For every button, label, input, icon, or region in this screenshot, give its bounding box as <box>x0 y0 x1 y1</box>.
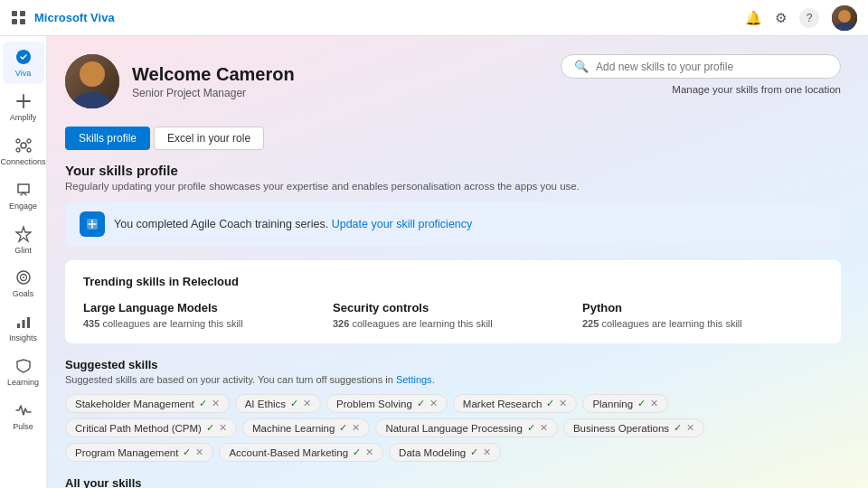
sidebar-item-viva[interactable]: Viva <box>3 42 44 84</box>
skill-tag-cross-3[interactable]: ✕ <box>559 398 567 409</box>
profile-avatar <box>65 54 119 108</box>
sidebar-item-goals[interactable]: Goals <box>3 262 44 305</box>
sidebar-item-amplify[interactable]: Amplify <box>3 86 44 128</box>
suggested-skills-title: Suggested skills <box>65 358 841 371</box>
bell-icon[interactable]: 🔔 <box>745 10 762 26</box>
sidebar-label-learning: Learning <box>7 379 39 388</box>
skill-tag-cross-1[interactable]: ✕ <box>303 398 311 409</box>
app-body: Viva Amplify Connections Engage Glint <box>0 36 868 488</box>
skill-tag-label-8: Business Operations <box>573 423 669 434</box>
skill-tag-cross-5[interactable]: ✕ <box>219 422 227 434</box>
notif-icon <box>80 211 105 237</box>
svg-point-4 <box>21 143 26 148</box>
skill-tag-cross-7[interactable]: ✕ <box>540 422 548 434</box>
sidebar-item-glint[interactable]: Glint <box>3 219 44 261</box>
skill-tag-cross-4[interactable]: ✕ <box>650 398 658 409</box>
skill-tag-11: Data Modeling✓✕ <box>389 443 501 462</box>
suggested-skills-section: Suggested skills Suggested skills are ba… <box>65 358 841 462</box>
sidebar-label-goals: Goals <box>13 290 34 299</box>
trending-card: Trending skills in Relecloud Large Langu… <box>65 260 841 343</box>
skill-tag-cross-0[interactable]: ✕ <box>212 398 220 409</box>
skill-tag-check-2[interactable]: ✓ <box>417 398 425 409</box>
svg-rect-0 <box>12 11 17 16</box>
skill-tag-check-11[interactable]: ✓ <box>470 446 478 458</box>
skill-tag-check-5[interactable]: ✓ <box>206 422 214 434</box>
skill-tag-label-6: Machine Learning <box>252 423 335 434</box>
skill-tag-check-3[interactable]: ✓ <box>546 398 554 409</box>
svg-rect-14 <box>22 320 24 328</box>
skill-tag-4: Planning✓✕ <box>582 394 668 413</box>
skill-tag-check-8[interactable]: ✓ <box>674 422 682 434</box>
skill-tag-check-7[interactable]: ✓ <box>527 422 535 434</box>
skill-tag-check-1[interactable]: ✓ <box>290 398 298 409</box>
notification-banner: You completed Agile Coach training serie… <box>65 202 841 246</box>
user-avatar[interactable] <box>832 5 857 31</box>
sidebar-label-insights: Insights <box>9 334 37 343</box>
trending-skill-0: Large Language Models 435 colleagues are… <box>83 301 324 329</box>
skill-tag-1: AI Ethics✓✕ <box>235 394 321 413</box>
skill-tag-0: Stakeholder Management✓✕ <box>65 394 230 413</box>
grid-icon[interactable] <box>11 10 27 26</box>
skill-tag-cross-8[interactable]: ✕ <box>686 422 694 434</box>
trending-skills-grid: Large Language Models 435 colleagues are… <box>83 301 823 329</box>
svg-point-5 <box>16 139 20 143</box>
skill-tag-check-6[interactable]: ✓ <box>339 422 347 434</box>
skill-tag-check-10[interactable]: ✓ <box>353 446 361 458</box>
skill-tag-8: Business Operations✓✕ <box>563 418 704 437</box>
skill-tag-cross-10[interactable]: ✕ <box>365 446 373 458</box>
skill-tag-cross-6[interactable]: ✕ <box>352 422 360 434</box>
topbar-actions: 🔔 ⚙ ? <box>745 5 857 31</box>
sidebar-item-insights[interactable]: Insights <box>3 306 44 349</box>
skill-tag-check-0[interactable]: ✓ <box>199 398 207 409</box>
trending-skill-name-0: Large Language Models <box>83 301 324 314</box>
skill-search-input[interactable] <box>596 61 827 73</box>
learning-icon <box>14 356 33 376</box>
skill-tag-2: Problem Solving✓✕ <box>326 394 448 413</box>
pulse-icon <box>14 400 33 420</box>
tab-skills-profile[interactable]: Skills profile <box>65 127 150 150</box>
notif-link[interactable]: Update your skill proficiency <box>332 218 473 230</box>
suggested-skills-desc: Suggested skills are based on your activ… <box>65 374 841 385</box>
svg-rect-2 <box>12 19 17 24</box>
trending-skill-1: Security controls 326 colleagues are lea… <box>333 301 573 329</box>
sidebar-item-pulse[interactable]: Pulse <box>3 395 44 437</box>
help-icon[interactable]: ? <box>799 8 819 28</box>
sidebar-item-connections[interactable]: Connections <box>3 130 44 173</box>
tab-bar: Skills profile Excel in your role <box>65 127 841 150</box>
profile-role: Senior Project Manager <box>132 87 295 99</box>
skill-tag-label-3: Market Research <box>463 399 542 409</box>
amplify-icon <box>14 91 33 111</box>
svg-rect-1 <box>20 11 25 16</box>
all-skills-section: All your skills Skills you have proficie… <box>65 476 841 488</box>
skill-tag-label-1: AI Ethics <box>245 399 286 409</box>
skills-section-subtitle: Regularly updating your profile showcase… <box>65 181 841 192</box>
trending-skill-count-0: 435 colleagues are learning this skill <box>83 318 324 329</box>
engage-icon <box>14 180 33 200</box>
settings-icon[interactable]: ⚙ <box>775 10 787 26</box>
skill-tag-cross-9[interactable]: ✕ <box>195 446 203 458</box>
skill-tag-label-10: Account-Based Marketing <box>229 447 348 458</box>
tab-excel-role[interactable]: Excel in your role <box>154 127 264 150</box>
main-content: Welcome Cameron Senior Project Manager 🔍… <box>47 36 868 488</box>
svg-point-7 <box>16 148 20 152</box>
sidebar-label-amplify: Amplify <box>10 114 37 123</box>
all-skills-title: All your skills <box>65 476 841 488</box>
skill-search-box[interactable]: 🔍 <box>561 54 841 79</box>
sidebar-label-connections: Connections <box>0 158 45 167</box>
trending-skill-2: Python 225 colleagues are learning this … <box>582 301 823 329</box>
svg-point-8 <box>27 148 31 152</box>
viva-icon <box>14 47 33 67</box>
sidebar-label-pulse: Pulse <box>13 423 33 432</box>
sidebar-item-learning[interactable]: Learning <box>3 351 44 393</box>
trending-skill-count-2: 225 colleagues are learning this skill <box>582 318 823 329</box>
trending-title: Trending skills in Relecloud <box>83 275 823 288</box>
settings-link[interactable]: Settings <box>396 374 432 385</box>
sidebar-item-engage[interactable]: Engage <box>3 174 44 217</box>
connections-icon <box>14 136 33 155</box>
skill-tag-check-9[interactable]: ✓ <box>183 446 191 458</box>
skill-tag-cross-2[interactable]: ✕ <box>429 398 438 409</box>
goals-icon <box>14 267 33 287</box>
search-icon: 🔍 <box>574 60 589 73</box>
skill-tag-cross-11[interactable]: ✕ <box>483 446 491 458</box>
skill-tag-check-4[interactable]: ✓ <box>637 398 646 409</box>
